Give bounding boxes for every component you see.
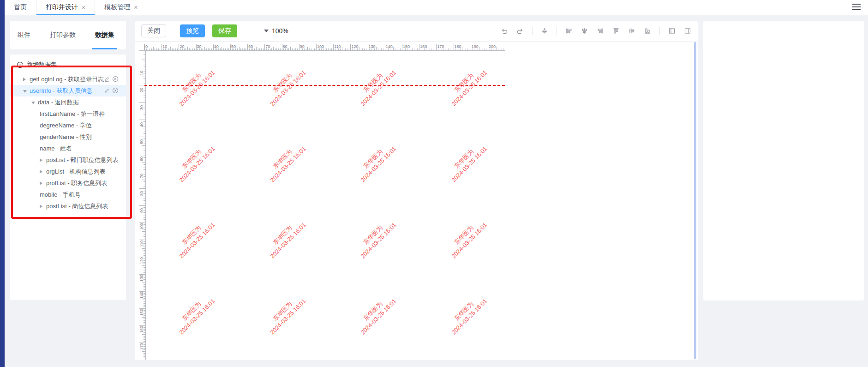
chevron-down-icon [264, 30, 269, 32]
ruler-tick [194, 48, 195, 50]
ruler-tick [330, 48, 330, 50]
zoom-select[interactable]: 100% [264, 27, 288, 35]
ruler-tick [142, 145, 145, 146]
tree-item-name[interactable]: name - 姓名 [10, 143, 126, 154]
dataset-tree: getLoginLog - 获取登录日志 userInfo - 获取人员信息 [10, 73, 126, 212]
caret-right-icon[interactable] [23, 78, 27, 81]
ruler-tick [387, 48, 387, 50]
align-right-icon[interactable] [597, 27, 604, 35]
tab-home-label: 首页 [14, 3, 27, 12]
close-button[interactable]: 关闭 [141, 24, 166, 37]
preview-button[interactable]: 预览 [180, 24, 205, 37]
align-vertical-center-icon[interactable] [628, 27, 635, 35]
ruler-tick [328, 48, 329, 50]
ruler-tick [144, 87, 145, 87]
tab-template-manage[interactable]: 模板管理 × [95, 0, 147, 15]
ruler-tick [144, 63, 145, 63]
redo-icon[interactable] [516, 27, 524, 35]
vertical-ruler: 1020304050607080901001101201301401501601… [139, 51, 146, 360]
ruler-tick [233, 48, 234, 50]
ruler-tick [144, 226, 145, 226]
undo-icon[interactable] [501, 27, 508, 35]
ruler-tick [144, 140, 145, 140]
caret-right-icon[interactable] [40, 181, 43, 185]
caret-right-icon[interactable] [40, 158, 43, 162]
ruler-tick [385, 44, 385, 50]
horizontal-ruler: 0102030405060708090100110120130140150160… [144, 44, 505, 51]
ruler-tick [491, 48, 491, 50]
tree-item-data[interactable]: data - 返回数据 [10, 96, 126, 108]
ruler-tick [144, 255, 145, 256]
tree-item-postlist[interactable]: postList - 岗位信息列表 [10, 200, 126, 212]
edit-dataset-icon[interactable] [104, 76, 110, 82]
ruler-tick [423, 48, 423, 50]
delete-dataset-icon[interactable] [112, 76, 119, 82]
tree-item-gendername[interactable]: genderName - 性别 [10, 131, 126, 143]
ruler-tick [221, 47, 222, 50]
ruler-tick [144, 212, 145, 213]
add-dataset-button[interactable]: 新增数据集 [17, 60, 126, 69]
design-canvas[interactable]: 0102030405060708090100110120130140150160… [135, 42, 698, 360]
ruler-tick [139, 102, 145, 103]
vertical-scrollbar[interactable] [694, 42, 696, 359]
ruler-tick [175, 48, 176, 50]
ruler-tick [443, 48, 443, 50]
tree-item-degreename[interactable]: degreeName - 学位 [10, 120, 126, 131]
tab-print-params[interactable]: 打印参数 [50, 21, 76, 49]
ruler-tick [139, 171, 145, 171]
ruler-tick [144, 204, 145, 204]
ruler-tick [144, 267, 145, 268]
ruler-tick [144, 101, 145, 101]
ruler-tick [478, 48, 478, 50]
caret-right-icon[interactable] [40, 205, 43, 208]
tab-home[interactable]: 首页 [5, 0, 36, 15]
ruler-tick [275, 48, 275, 50]
ruler-tick [473, 48, 473, 50]
tab-print-design[interactable]: 打印并设计 × [36, 0, 95, 15]
tab-dataset[interactable]: 数据集 [95, 21, 114, 49]
ruler-tick [144, 53, 145, 53]
hamburger-icon[interactable] [852, 4, 861, 11]
panel-left-icon[interactable] [668, 27, 676, 35]
ruler-tick [144, 152, 145, 152]
ruler-tick [144, 82, 145, 82]
edit-dataset-icon[interactable] [104, 88, 110, 94]
tree-item-proflist[interactable]: profList - 职务信息列表 [10, 177, 126, 189]
close-tab-icon[interactable]: × [82, 4, 85, 11]
save-button[interactable]: 保存 [212, 24, 237, 37]
ruler-tick [201, 48, 202, 50]
ruler-tick [144, 233, 145, 233]
ruler-tick [184, 48, 185, 50]
clear-icon[interactable] [541, 27, 548, 35]
tab-components[interactable]: 组件 [18, 21, 30, 49]
align-top-icon[interactable] [612, 27, 620, 35]
align-bottom-icon[interactable] [644, 27, 651, 35]
align-horizontal-center-icon[interactable] [581, 27, 588, 35]
ruler-tick [495, 48, 495, 50]
panel-right-icon[interactable] [684, 27, 691, 35]
watermark: 东华医为2024-03-25 16:01 [444, 139, 489, 184]
tree-item-userinfo[interactable]: userInfo - 获取人员信息 [10, 85, 126, 96]
tree-item-poslist[interactable]: posList - 部门职位信息列表 [10, 154, 126, 166]
tree-item-firstlanname[interactable]: firstLanName - 第一语种 [10, 108, 126, 120]
align-left-icon[interactable] [565, 27, 573, 35]
tree-item-getloginlog[interactable]: getLoginLog - 获取登录日志 [10, 73, 126, 85]
ruler-tick [144, 324, 145, 324]
caret-right-icon[interactable] [40, 170, 43, 174]
ruler-tick [186, 48, 186, 50]
tree-item-orglist[interactable]: orgList - 机构信息列表 [10, 166, 126, 177]
caret-down-icon[interactable] [23, 90, 27, 93]
delete-dataset-icon[interactable] [112, 87, 119, 94]
caret-down-icon[interactable] [31, 102, 35, 104]
ruler-tick [144, 192, 145, 192]
close-tab-icon[interactable]: × [134, 4, 138, 11]
watermark: 东华医为2024-03-25 16:01 [263, 216, 307, 260]
ruler-tick [144, 73, 145, 73]
tree-item-mobile[interactable]: mobile - 手机号 [10, 189, 126, 200]
ruler-tick [144, 252, 145, 252]
ruler-tick [144, 54, 145, 54]
ruler-tick [261, 48, 262, 50]
ruler-tick [142, 231, 145, 232]
ruler-tick [419, 44, 419, 50]
ruler-tick [144, 168, 145, 168]
